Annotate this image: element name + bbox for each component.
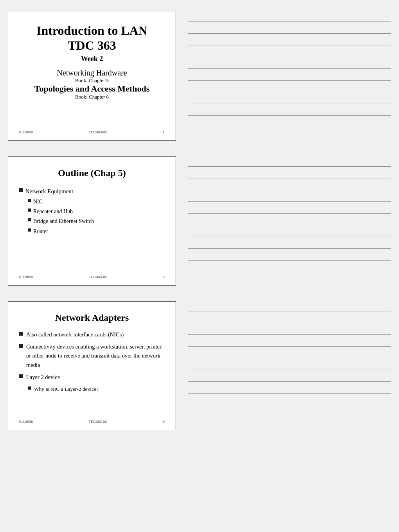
list-item: Network Equipment bbox=[19, 186, 165, 197]
list-item: Router bbox=[19, 226, 165, 236]
slide1-book1: Book: Chapter 5 bbox=[19, 77, 165, 84]
slide1-title-line1: Introduction to LAN TDC 363 bbox=[19, 23, 165, 53]
slide3-notes bbox=[188, 301, 391, 405]
outline-item-text: NIC bbox=[33, 197, 43, 207]
note-line bbox=[188, 25, 391, 34]
note-line bbox=[188, 240, 391, 249]
note-line bbox=[188, 303, 391, 311]
slide2-footer: 01/10/08 TDC363-02 2 bbox=[19, 271, 165, 279]
note-line bbox=[188, 49, 391, 57]
note-line bbox=[188, 361, 391, 370]
note-line bbox=[188, 107, 391, 116]
slide1-section1: Networking Hardware Book: Chapter 5 Topo… bbox=[19, 68, 165, 100]
slide2-page: 2 bbox=[163, 275, 165, 279]
note-line bbox=[188, 252, 391, 261]
slide1-code: TDC363-02 bbox=[89, 130, 107, 134]
list-item: NIC bbox=[19, 197, 165, 207]
outline-item-text: Network Equipment bbox=[25, 186, 73, 197]
list-item: Connectivity devices enabling a workstat… bbox=[19, 342, 165, 370]
slide2-notes bbox=[188, 156, 391, 261]
note-line bbox=[188, 350, 391, 358]
bullet-icon bbox=[28, 228, 31, 232]
note-line bbox=[188, 217, 391, 225]
slide3-date: 01/10/08 bbox=[19, 420, 33, 424]
note-line bbox=[188, 95, 391, 104]
bullet-icon bbox=[28, 208, 31, 212]
list-item: Layer 2 device bbox=[19, 373, 165, 382]
slide3: Network Adapters Also called network int… bbox=[8, 301, 176, 430]
notes-lines-group2 bbox=[188, 158, 391, 261]
note-line bbox=[188, 228, 391, 237]
slide2-row: Outline (Chap 5) Network Equipment NIC R… bbox=[8, 156, 391, 286]
outline-item-text: Bridge and Ethernet Switch bbox=[33, 216, 94, 226]
slide1: Introduction to LAN TDC 363 Week 2 Netwo… bbox=[8, 12, 176, 141]
bullet-icon bbox=[19, 344, 23, 348]
slide2: Outline (Chap 5) Network Equipment NIC R… bbox=[8, 156, 176, 286]
slide2-code: TDC363-02 bbox=[89, 275, 107, 279]
bullet-item-text: Connectivity devices enabling a workstat… bbox=[26, 342, 165, 370]
bullet-list: Also called network interface cards (NIC… bbox=[19, 330, 165, 397]
note-line bbox=[188, 315, 391, 323]
note-line bbox=[188, 37, 391, 45]
note-line bbox=[188, 193, 391, 202]
note-line bbox=[188, 60, 391, 69]
slide2-date: 01/10/08 bbox=[19, 275, 33, 279]
bullet-icon bbox=[19, 374, 23, 378]
note-line bbox=[188, 182, 391, 190]
slide1-networking-hardware: Networking Hardware bbox=[19, 68, 165, 77]
note-line bbox=[188, 205, 391, 214]
slide2-title: Outline (Chap 5) bbox=[19, 168, 165, 178]
outline-item-text: Router bbox=[33, 226, 48, 236]
note-line bbox=[188, 72, 391, 81]
note-line bbox=[188, 158, 391, 167]
slide1-date: 01/10/08 bbox=[19, 130, 33, 134]
slide3-code: TDC363-02 bbox=[89, 420, 107, 424]
slide3-footer: 01/10/08 TDC363-02 3 bbox=[19, 416, 165, 424]
note-line bbox=[188, 385, 391, 394]
slide1-notes bbox=[188, 12, 391, 116]
list-item: Also called network interface cards (NIC… bbox=[19, 330, 165, 339]
slide1-footer: 01/10/08 TDC363-02 1 bbox=[19, 126, 165, 134]
note-line bbox=[188, 170, 391, 178]
outline-item-text: Repeater and Hub bbox=[33, 207, 73, 216]
note-line bbox=[188, 13, 391, 22]
outline-list: Network Equipment NIC Repeater and Hub B… bbox=[19, 186, 165, 236]
note-line bbox=[188, 338, 391, 347]
slide3-title: Network Adapters bbox=[19, 313, 165, 323]
bullet-item-text: Also called network interface cards (NIC… bbox=[26, 330, 165, 339]
list-item: Bridge and Ethernet Switch bbox=[19, 216, 165, 226]
list-item: Why is NIC a Layer-2 device? bbox=[19, 385, 165, 394]
bullet-icon bbox=[28, 218, 31, 221]
slide1-subtitle: Week 2 bbox=[19, 55, 165, 63]
slide1-page: 1 bbox=[163, 130, 165, 134]
note-line bbox=[188, 397, 391, 405]
slide1-row: Introduction to LAN TDC 363 Week 2 Netwo… bbox=[8, 12, 391, 141]
bullet-icon bbox=[19, 188, 23, 192]
bullet-icon bbox=[28, 386, 31, 390]
list-item: Repeater and Hub bbox=[19, 207, 165, 216]
note-line bbox=[188, 373, 391, 382]
notes-lines-group3 bbox=[188, 303, 391, 405]
notes-lines-group1 bbox=[188, 13, 391, 116]
slide1-book2: Book: Chapter 6 bbox=[19, 94, 165, 100]
slide3-row: Network Adapters Also called network int… bbox=[8, 301, 391, 430]
slide3-page: 3 bbox=[163, 420, 165, 424]
slide1-topologies: Topologies and Access Methods bbox=[19, 84, 165, 94]
bullet-item-text: Layer 2 device bbox=[26, 373, 165, 382]
bullet-icon bbox=[28, 199, 31, 202]
bullet-icon bbox=[19, 332, 23, 336]
note-line bbox=[188, 84, 391, 92]
bullet-item-text: Why is NIC a Layer-2 device? bbox=[34, 385, 165, 394]
note-line bbox=[188, 326, 391, 335]
